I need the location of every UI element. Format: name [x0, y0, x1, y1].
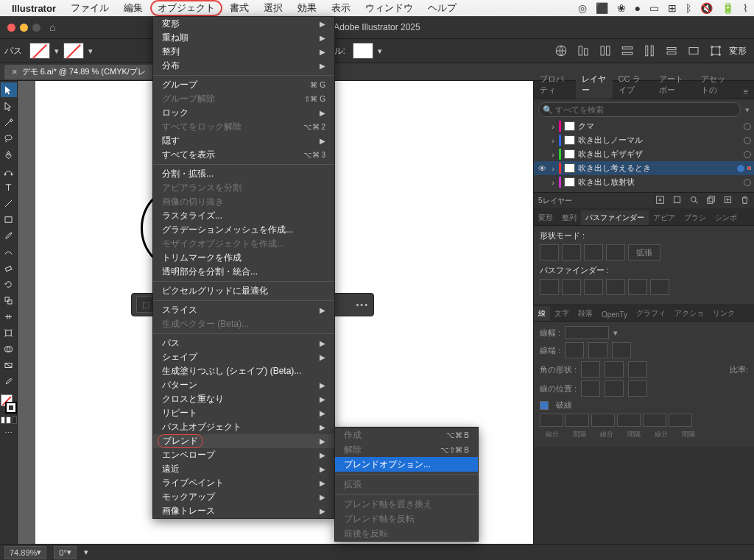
- document-tab[interactable]: × デモ 6.ai* @ 74.89 % (CMYK/プレ: [4, 65, 153, 79]
- wifi-icon[interactable]: ⌇: [743, 2, 748, 14]
- lasso-tool[interactable]: [1, 131, 17, 146]
- menu-item[interactable]: 生成塗りつぶし (シェイプ) (Beta)...: [153, 364, 334, 378]
- menu-item[interactable]: ブレンド▶: [153, 434, 334, 448]
- tab-actions[interactable]: アクショ: [670, 306, 708, 321]
- tab-paragraph[interactable]: 段落: [574, 306, 597, 321]
- tab-links[interactable]: リンク: [708, 306, 739, 321]
- align-inside[interactable]: [605, 380, 624, 397]
- delete-layer-icon[interactable]: [740, 195, 750, 206]
- menu-item[interactable]: トリムマークを作成: [153, 251, 334, 265]
- eyedropper-tool[interactable]: [1, 374, 17, 389]
- dash-input[interactable]: [591, 414, 615, 427]
- join-miter[interactable]: [581, 361, 600, 378]
- magic-wand-tool[interactable]: [1, 115, 17, 130]
- menu-item[interactable]: モックアップ▶: [153, 490, 334, 504]
- type-tool[interactable]: [1, 180, 17, 194]
- width-tool[interactable]: [1, 309, 17, 324]
- tray-icon[interactable]: ●: [635, 2, 641, 14]
- expand-icon[interactable]: ›: [550, 136, 556, 145]
- selection-tool[interactable]: [1, 82, 17, 97]
- find-icon[interactable]: [689, 195, 699, 206]
- tab-assets[interactable]: アセットの: [695, 71, 737, 99]
- unite-button[interactable]: [540, 244, 559, 260]
- menu-item[interactable]: 分割・拡張...: [153, 167, 334, 181]
- edit-toolbar-icon[interactable]: ⋯: [1, 425, 17, 440]
- exclude-button[interactable]: [606, 244, 625, 260]
- submenu-item[interactable]: ブレンドオプション...: [335, 457, 478, 472]
- divide-button[interactable]: [540, 279, 559, 295]
- fill-swatch[interactable]: [29, 43, 50, 59]
- rotation-select[interactable]: 0° ▾: [54, 546, 77, 559]
- menu-file[interactable]: ファイル: [63, 0, 116, 16]
- join-bevel[interactable]: [628, 361, 647, 378]
- tab-pathfinder[interactable]: パスファインダー: [581, 210, 649, 225]
- tab-properties[interactable]: プロパティ: [534, 71, 576, 99]
- menu-item[interactable]: すべてを表示⌥⌘ 3: [153, 148, 334, 162]
- clip-mask-icon[interactable]: [672, 195, 682, 206]
- locate-icon[interactable]: [655, 195, 665, 206]
- app-name[interactable]: Illustrator: [12, 3, 56, 14]
- tab-stroke[interactable]: 線: [534, 306, 550, 321]
- gap-input[interactable]: [669, 414, 692, 427]
- layer-row[interactable]: › 吹き出しギザギザ: [534, 147, 754, 161]
- gap-input[interactable]: [566, 414, 589, 427]
- style-swatch[interactable]: [353, 43, 373, 59]
- intersect-button[interactable]: [584, 244, 603, 260]
- battery-icon[interactable]: 🔋: [722, 2, 734, 14]
- close-tab-icon[interactable]: ×: [12, 66, 18, 77]
- expand-icon[interactable]: ›: [550, 122, 556, 131]
- menu-item[interactable]: グループ⌘ G: [153, 78, 334, 92]
- minus-back-button[interactable]: [650, 279, 669, 295]
- paintbrush-tool[interactable]: [1, 228, 17, 243]
- curvature-tool[interactable]: [1, 163, 17, 178]
- tab-opentype[interactable]: OpenTy: [597, 308, 632, 321]
- target-icon[interactable]: [744, 179, 751, 186]
- tab-layers[interactable]: レイヤー: [576, 71, 612, 99]
- target-icon[interactable]: [737, 165, 744, 172]
- pen-tool[interactable]: [1, 147, 17, 162]
- home-icon[interactable]: ⌂: [49, 21, 55, 33]
- minus-front-button[interactable]: [562, 244, 581, 260]
- fill-stroke-swatch[interactable]: [1, 394, 17, 414]
- menu-item[interactable]: ラスタライズ...: [153, 209, 334, 223]
- bluetooth-icon[interactable]: ᛒ: [686, 2, 691, 14]
- window-controls[interactable]: [0, 24, 40, 32]
- layer-search-input[interactable]: [538, 102, 741, 117]
- layer-row[interactable]: 👁 › 吹き出し考えるとき: [534, 161, 754, 175]
- align-icon[interactable]: [663, 42, 680, 60]
- menu-item[interactable]: 変形▶: [153, 17, 334, 31]
- blend-submenu[interactable]: 作成⌥⌘ B解除⌥⇧⌘ Bブレンドオプション...拡張ブレンド軸を置き換えブレン…: [334, 427, 479, 542]
- menu-type[interactable]: 書式: [222, 0, 256, 16]
- mute-icon[interactable]: 🔇: [700, 2, 713, 14]
- layer-name[interactable]: 吹き出しギザギザ: [578, 149, 741, 160]
- menu-select[interactable]: 選択: [256, 0, 290, 16]
- globe-icon[interactable]: [552, 42, 570, 60]
- dash-input[interactable]: [540, 414, 563, 427]
- layer-row[interactable]: › 吹き出しノーマル: [534, 133, 754, 147]
- tab-symbols[interactable]: シンボ: [711, 210, 741, 225]
- dash-input[interactable]: [643, 414, 666, 427]
- new-layer-icon[interactable]: [723, 195, 733, 206]
- tab-transform[interactable]: 変形: [534, 210, 557, 225]
- scale-tool[interactable]: [1, 293, 17, 308]
- join-round[interactable]: [605, 361, 624, 378]
- tray-icon[interactable]: ⊞: [668, 2, 677, 14]
- align-icon[interactable]: [596, 42, 614, 60]
- align-icon[interactable]: [619, 42, 636, 60]
- align-icon[interactable]: [574, 42, 592, 60]
- zoom-button[interactable]: [32, 24, 40, 32]
- eraser-tool[interactable]: [1, 260, 17, 275]
- layer-row[interactable]: › クマ: [534, 119, 754, 133]
- merge-button[interactable]: [584, 279, 603, 295]
- menu-item[interactable]: ライブペイント▶: [153, 476, 334, 490]
- shape-builder-tool[interactable]: [1, 341, 17, 356]
- menu-item[interactable]: パス上オブジェクト▶: [153, 420, 334, 434]
- align-icon[interactable]: [641, 42, 658, 60]
- transform-icon[interactable]: [707, 42, 725, 60]
- rectangle-tool[interactable]: [1, 212, 17, 227]
- cap-round[interactable]: [588, 342, 607, 358]
- target-icon[interactable]: [744, 151, 751, 158]
- dashed-checkbox[interactable]: [540, 401, 549, 410]
- menu-item[interactable]: 重ね順▶: [153, 31, 334, 45]
- menu-item[interactable]: エンベロープ▶: [153, 448, 334, 462]
